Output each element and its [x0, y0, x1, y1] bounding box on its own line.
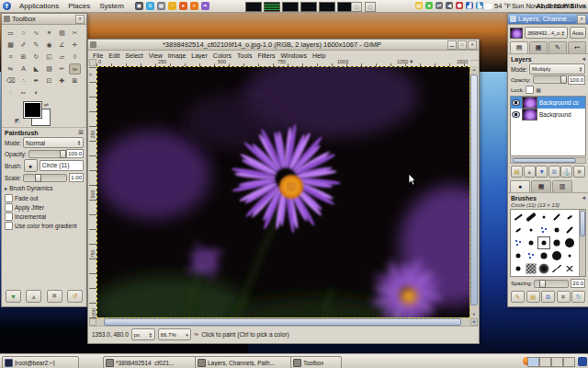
tab-patterns[interactable]: ▦ — [531, 180, 551, 192]
distro-menu-icon[interactable]: f — [3, 2, 11, 10]
auto-button[interactable]: Auto — [570, 27, 586, 39]
duplicate-brush-button[interactable]: ⧉ — [541, 291, 555, 303]
tab-gradients[interactable]: ▥ — [552, 180, 572, 192]
spacing-value[interactable]: 20.0 — [571, 279, 585, 288]
tool-ellipse-select-icon[interactable]: ○ — [17, 28, 29, 39]
tool-rectangle-select-icon[interactable]: ▭ — [5, 28, 17, 39]
visibility-eye-icon[interactable] — [512, 99, 520, 106]
delete-brush-button[interactable]: ✖ — [557, 291, 571, 303]
taskbar-item[interactable]: Toolbox — [290, 356, 342, 368]
vertical-scrollbar[interactable]: ▲ ▼ — [469, 66, 478, 318]
checkbox-use-color-from-gradient[interactable] — [5, 222, 13, 230]
tool-measure-icon[interactable]: ∠ — [56, 40, 68, 51]
tool-zoom-icon[interactable]: ◉ — [43, 40, 55, 51]
brush-thumbnail[interactable] — [550, 262, 563, 275]
restore-options-button[interactable]: ▲ — [26, 290, 41, 303]
monitor-applet[interactable] — [282, 2, 299, 12]
tool-clone-icon[interactable]: ⊡ — [43, 75, 55, 86]
menu-edit[interactable]: Edit — [106, 52, 122, 59]
trash-icon[interactable] — [578, 357, 587, 366]
music-player-icon[interactable]: ◕ — [179, 2, 187, 10]
file-manager-icon[interactable]: ▣ — [135, 2, 143, 10]
layer-row[interactable]: Background co — [511, 97, 585, 109]
tool-heal-icon[interactable]: ✚ — [56, 75, 68, 86]
layer-row[interactable]: Background — [511, 109, 585, 121]
monitor-applet[interactable] — [319, 2, 335, 12]
tool-scissors-select-icon[interactable]: ✂ — [69, 28, 81, 39]
layer-opacity-value[interactable]: 100.0 — [568, 75, 585, 85]
signal-tray-icon[interactable]: ▟ — [466, 2, 473, 9]
tool-airbrush-icon[interactable]: ∴ — [17, 75, 29, 86]
dock-menu-icon[interactable]: ⊠ — [78, 129, 84, 136]
tab-channels[interactable]: ▦ — [529, 41, 548, 53]
menu-view[interactable]: View — [146, 52, 165, 59]
delete-layer-button[interactable]: ✖ — [573, 166, 585, 178]
monitor-tray-icon[interactable]: ▙ — [476, 2, 483, 9]
tool-smudge-icon[interactable]: ∾ — [17, 87, 29, 98]
chat-icon[interactable]: ❧ — [201, 2, 209, 10]
default-colors-icon[interactable]: ◩ — [15, 117, 20, 123]
refresh-brushes-button[interactable]: ↻ — [571, 291, 585, 303]
brush-thumbnail[interactable] — [563, 224, 576, 236]
brush-preview-button[interactable]: ● — [24, 159, 38, 172]
tool-perspective-clone-icon[interactable]: ⊠ — [69, 75, 81, 86]
tool-crop-icon[interactable]: ⊞ — [17, 52, 29, 63]
brush-thumbnail[interactable] — [563, 249, 576, 262]
tab-menu-icon[interactable]: ◂ — [582, 55, 585, 63]
chrome-icon[interactable]: ◔ — [168, 2, 176, 10]
brush-name-entry[interactable]: Circle (11) — [40, 160, 84, 171]
menu-applications[interactable]: Applications — [19, 2, 59, 10]
swap-colors-icon[interactable]: ⇄ — [44, 101, 49, 108]
brush-thumbnail[interactable] — [525, 236, 537, 249]
tool-blur-sharpen-icon[interactable]: ◌ — [5, 87, 17, 98]
brush-thumbnail[interactable] — [550, 249, 563, 262]
visibility-eye-icon[interactable] — [512, 111, 520, 118]
brush-thumbnail[interactable] — [512, 249, 525, 262]
brush-thumbnail[interactable] — [537, 249, 550, 262]
brush-thumbnail[interactable] — [563, 211, 576, 224]
tab-layers[interactable]: ▤ — [510, 41, 528, 53]
menu-colors[interactable]: Colors — [210, 52, 234, 59]
brush-thumbnail[interactable] — [550, 211, 563, 224]
opacity-value[interactable]: 100.0 — [66, 149, 84, 158]
brush-dynamics-expander[interactable]: ▸ Brush Dynamics — [2, 183, 86, 193]
monitor-applet[interactable] — [245, 2, 262, 12]
tool-ink-icon[interactable]: ✒ — [30, 75, 42, 86]
opacity-slider[interactable] — [28, 150, 64, 158]
tool-align-icon[interactable]: ≡ — [5, 52, 17, 63]
tool-foreground-select-icon[interactable]: ▩ — [5, 40, 17, 51]
edit-brush-button[interactable]: ✎ — [511, 291, 525, 303]
tool-flip-icon[interactable]: ⇋ — [5, 63, 17, 75]
volume-tray-icon[interactable]: ◀ — [446, 2, 453, 9]
tool-select-by-color-icon[interactable]: ▧ — [56, 28, 68, 39]
user-menu[interactable]: Anderson Silva — [536, 0, 586, 12]
menu-file[interactable]: File — [90, 52, 106, 59]
brush-thumbnail[interactable] — [563, 236, 576, 249]
brush-thumbnail[interactable] — [563, 262, 576, 275]
brush-thumbnail-selected[interactable] — [537, 236, 550, 249]
tool-move-icon[interactable]: ✛ — [69, 40, 81, 51]
notes-tray-icon[interactable]: ▤ — [415, 2, 423, 9]
tool-blend-icon[interactable]: ▨ — [43, 63, 55, 75]
duplicate-layer-button[interactable]: ⧉ — [548, 166, 560, 178]
zoom-select[interactable]: 66.7% ▾ — [158, 328, 191, 340]
toolbox-titlebar[interactable]: Toolbox ✕ — [2, 14, 86, 25]
brush-thumbnail[interactable] — [525, 262, 537, 275]
network-tray-icon[interactable]: ⇄ — [435, 2, 443, 9]
menu-system[interactable]: System — [99, 2, 124, 10]
mode-select[interactable]: Normal ▲▼ — [23, 137, 84, 148]
terminal-icon[interactable]: ▦ — [157, 2, 165, 10]
panel-window-button[interactable]: ▢ — [365, 2, 376, 12]
tab-menu-icon[interactable]: ◂ — [582, 194, 585, 201]
tool-bucket-fill-icon[interactable]: ◣ — [30, 63, 42, 75]
menu-filters[interactable]: Filters — [254, 52, 277, 59]
brush-thumbnail[interactable] — [512, 224, 525, 236]
brush-thumbnail[interactable] — [512, 262, 525, 275]
presence-tray-icon[interactable]: ● — [425, 2, 433, 9]
scroll-down-icon[interactable]: ▼ — [470, 311, 478, 318]
workspace-switcher[interactable] — [527, 357, 575, 367]
brush-thumbnail[interactable] — [550, 224, 563, 236]
weather-applet[interactable]: 54 °F — [484, 0, 511, 12]
taskbar-item[interactable]: Layers, Channels, Path... — [195, 356, 292, 368]
brush-thumbnail[interactable] — [525, 224, 537, 236]
